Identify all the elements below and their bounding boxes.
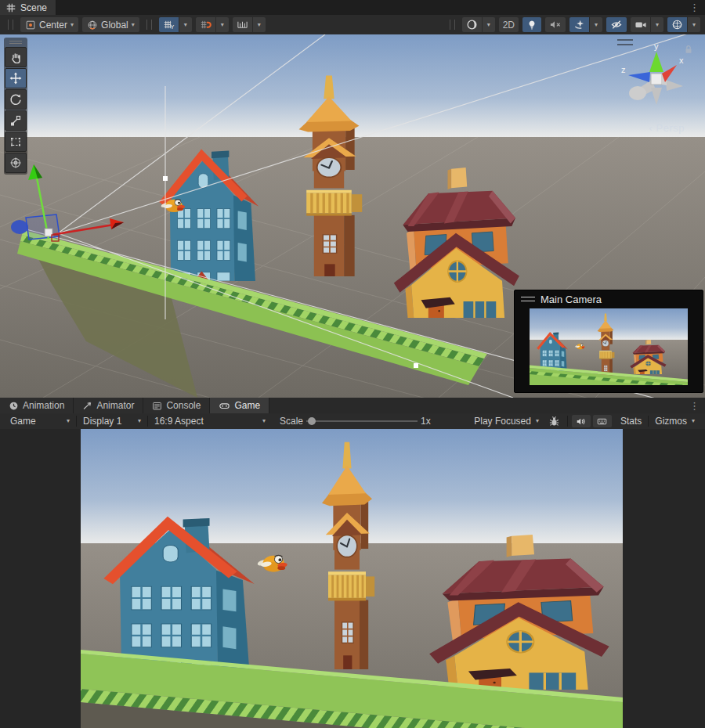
pivot-mode-dropdown[interactable]: Center ▾ — [20, 17, 78, 32]
toolbar-drag-handle[interactable] — [8, 20, 13, 30]
game-gizmos-dropdown[interactable]: Gizmos ▾ — [649, 413, 701, 429]
toolbar-drag-handle[interactable] — [146, 20, 152, 30]
audio-toggle-button[interactable] — [545, 17, 566, 32]
snap-increment-control: ▾ — [233, 17, 266, 32]
snap-increment-icon — [237, 19, 248, 31]
camera-control: ▾ — [631, 17, 663, 32]
gamepad-icon — [219, 401, 230, 411]
camera-preview-overlay: Main Camera — [514, 290, 703, 393]
grid-snap-control: ▾ — [196, 17, 229, 32]
scene-kebab-menu[interactable]: ⋮ — [689, 1, 700, 14]
render-mode-button[interactable] — [462, 17, 482, 32]
scale-tool-button[interactable] — [5, 110, 27, 131]
persp-label-text: Persp — [656, 122, 685, 134]
tab-animator[interactable]: Animator — [74, 398, 143, 413]
animator-arrow-icon — [82, 401, 92, 411]
grid-visibility-dropdown[interactable]: ▾ — [179, 17, 192, 32]
display-target-dropdown[interactable]: Display 1 ▾ — [77, 413, 147, 429]
move-tool-icon — [9, 72, 22, 85]
toolbar-drag-handle[interactable] — [450, 20, 455, 30]
gizmos-visibility-button[interactable] — [667, 17, 687, 32]
game-render — [81, 429, 623, 728]
unity-editor-window: Scene ⋮ Center ▾ Global ▾ — [0, 0, 705, 728]
globe-icon — [87, 20, 98, 31]
scale-slider-knob[interactable] — [308, 417, 316, 425]
move-tool-button[interactable] — [5, 68, 27, 88]
gizmo-axis-y-label[interactable]: y — [654, 41, 659, 51]
debug-button[interactable] — [545, 413, 563, 429]
game-toolbar: Game ▾ Display 1 ▾ 16:9 Aspect ▾ Scale 1… — [0, 413, 705, 430]
speaker-icon — [576, 416, 587, 427]
tab-console-label: Console — [166, 400, 201, 411]
rect-tool-icon — [9, 135, 22, 148]
eye-hidden-icon — [610, 19, 623, 31]
grid-visibility-button[interactable]: Y — [159, 17, 179, 32]
gizmo-axis-x-label[interactable]: x — [679, 56, 684, 65]
hand-tool-button[interactable] — [5, 47, 27, 67]
grid-snap-dropdown[interactable]: ▾ — [216, 17, 229, 32]
camera-dropdown[interactable]: ▾ — [651, 17, 663, 32]
effects-control: ▾ — [569, 17, 602, 32]
effects-star-icon — [573, 19, 585, 31]
transform-tool-button[interactable] — [5, 153, 27, 173]
scene-viewport[interactable]: y x z ‹ Persp Main Camera — [0, 34, 705, 398]
2d-label: 2D — [503, 20, 515, 31]
effects-button[interactable] — [569, 17, 589, 32]
2d-toggle-button[interactable]: 2D — [499, 17, 519, 32]
tab-game[interactable]: Game — [210, 398, 269, 413]
grid-icon — [5, 2, 16, 13]
camera-preview-drag-handle[interactable] — [521, 297, 535, 301]
camera-preview-screen — [530, 308, 688, 385]
clock-icon — [9, 401, 19, 411]
stats-toggle[interactable]: Stats — [614, 413, 648, 429]
gizmos-visibility-dropdown[interactable]: ▾ — [688, 17, 700, 32]
aspect-ratio-dropdown[interactable]: 16:9 Aspect ▾ — [148, 413, 272, 429]
tab-scene[interactable]: Scene — [0, 0, 56, 15]
tools-drag-handle[interactable] — [9, 41, 22, 44]
rect-tool-button[interactable] — [5, 132, 27, 152]
effects-dropdown[interactable]: ▾ — [590, 17, 602, 32]
keyboard-input-button[interactable] — [593, 415, 612, 427]
render-mode-dropdown[interactable]: ▾ — [483, 17, 495, 32]
orientation-dropdown[interactable]: Global ▾ — [82, 17, 139, 32]
scale-value: 1x — [421, 416, 431, 427]
game-viewport[interactable] — [81, 429, 623, 728]
mute-audio-button[interactable] — [572, 415, 591, 427]
tab-game-label: Game — [234, 400, 260, 411]
scene-tab-label: Scene — [20, 2, 47, 13]
game-kebab-menu[interactable]: ⋮ — [689, 399, 700, 413]
scene-tools-overlay — [4, 38, 27, 175]
light-bulb-icon — [526, 19, 537, 31]
lighting-toggle-button[interactable] — [522, 17, 541, 32]
display-mode-dropdown[interactable]: Game ▾ — [4, 413, 76, 429]
scale-tool-icon — [9, 114, 22, 127]
pivot-mode-label: Center — [39, 20, 67, 31]
grid-visibility-control: Y ▾ — [159, 17, 192, 32]
snap-increment-button[interactable] — [233, 17, 252, 32]
lock-icon[interactable] — [683, 44, 694, 55]
audio-mute-icon — [549, 19, 562, 31]
gizmo-axis-z-label[interactable]: z — [621, 65, 626, 74]
play-focused-dropdown[interactable]: Play Focused ▾ — [468, 413, 545, 429]
rotate-tool-icon — [9, 93, 22, 106]
scene-tab-bar: Scene ⋮ — [0, 0, 705, 16]
tab-animation[interactable]: Animation — [0, 398, 74, 413]
scale-slider[interactable] — [306, 416, 418, 427]
gizmos-sphere-icon — [671, 19, 683, 31]
scene-toolbar: Center ▾ Global ▾ Y ▾ — [0, 15, 705, 35]
camera-button[interactable] — [631, 17, 650, 32]
grid-snap-button[interactable] — [196, 17, 215, 32]
tab-console[interactable]: Console — [143, 398, 210, 413]
render-mode-control: ▾ — [462, 17, 495, 32]
projection-toggle[interactable]: ‹ Persp — [649, 122, 685, 134]
hidden-objects-toggle[interactable] — [606, 17, 627, 32]
scale-label: Scale — [280, 416, 303, 427]
snap-increment-dropdown[interactable]: ▾ — [253, 17, 266, 32]
hand-tool-icon — [9, 51, 22, 63]
rotate-tool-button[interactable] — [5, 89, 27, 110]
game-letterbox-area — [0, 429, 705, 728]
bug-icon — [548, 416, 560, 427]
grid-y-icon: Y — [163, 19, 175, 31]
bottom-tab-bar: Animation Animator Console Game ⋮ — [0, 398, 705, 414]
svg-text:Y: Y — [170, 24, 174, 30]
